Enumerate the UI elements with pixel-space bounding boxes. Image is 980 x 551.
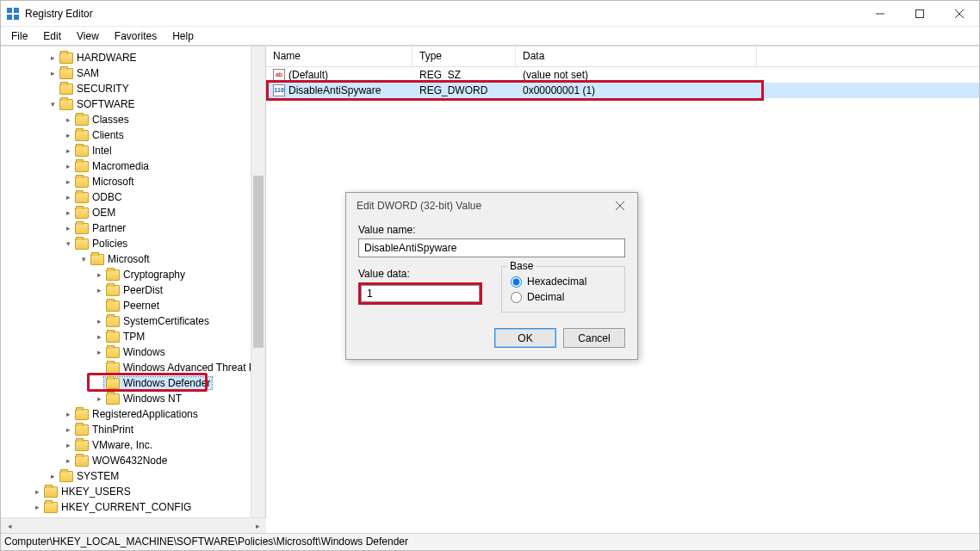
folder-icon bbox=[106, 362, 120, 374]
chevron-right-icon[interactable]: ▸ bbox=[63, 440, 73, 450]
tree-item-label: HKEY_USERS bbox=[61, 486, 131, 498]
chevron-right-icon[interactable]: ▸ bbox=[32, 502, 42, 512]
dialog-close-button[interactable] bbox=[610, 195, 630, 216]
chevron-right-icon[interactable]: ▸ bbox=[63, 145, 73, 156]
chevron-right-icon[interactable]: ▸ bbox=[94, 331, 104, 342]
menu-help[interactable]: Help bbox=[165, 28, 201, 44]
tree-item[interactable]: ▸OEM bbox=[1, 205, 266, 220]
tree-item[interactable]: ▸Windows Defender bbox=[1, 375, 266, 391]
chevron-right-icon[interactable]: ▸ bbox=[63, 223, 73, 233]
chevron-down-icon[interactable]: ▾ bbox=[47, 99, 58, 109]
tree-item[interactable]: ▸Windows NT bbox=[1, 391, 266, 406]
col-type[interactable]: Type bbox=[412, 46, 516, 66]
tree-item[interactable]: ▸ThinPrint bbox=[1, 422, 266, 437]
tree-item[interactable]: ▸SystemCertificates bbox=[1, 313, 266, 329]
string-value-icon: ab bbox=[273, 69, 285, 81]
chevron-right-icon[interactable]: ▸ bbox=[47, 471, 58, 481]
scroll-right-icon[interactable]: ▸ bbox=[251, 520, 264, 532]
tree-scrollbar[interactable] bbox=[251, 46, 265, 517]
radio-dec[interactable]: Decimal bbox=[511, 291, 616, 303]
tree-item[interactable]: ▸Peernet bbox=[1, 298, 266, 313]
scroll-left-icon[interactable]: ◂ bbox=[3, 520, 16, 532]
chevron-right-icon[interactable]: ▸ bbox=[63, 192, 73, 202]
tree-item[interactable]: ▸Macromedia bbox=[1, 158, 266, 174]
menu-edit[interactable]: Edit bbox=[36, 28, 68, 44]
radio-hex-input[interactable] bbox=[511, 276, 522, 288]
chevron-right-icon[interactable]: ▸ bbox=[63, 455, 73, 466]
edit-dword-dialog: Edit DWORD (32-bit) Value Value name: Va… bbox=[345, 192, 638, 360]
menu-file[interactable]: File bbox=[4, 28, 34, 44]
folder-icon bbox=[75, 115, 89, 126]
chevron-right-icon[interactable]: ▸ bbox=[63, 161, 73, 171]
value-data-input[interactable] bbox=[361, 285, 480, 302]
close-button[interactable] bbox=[940, 1, 979, 27]
tree-item[interactable]: ▸SAM bbox=[1, 65, 266, 81]
tree-item[interactable]: ▸ODBC bbox=[1, 189, 266, 205]
chevron-right-icon[interactable]: ▸ bbox=[63, 130, 73, 140]
radio-hex[interactable]: Hexadecimal bbox=[511, 276, 616, 288]
tree-item-label: OEM bbox=[92, 207, 115, 219]
list-row[interactable]: ab(Default)REG_SZ(value not set) bbox=[266, 67, 979, 83]
tree-item[interactable]: ▸Windows Advanced Threat P bbox=[1, 360, 266, 375]
scrollbar-thumb[interactable] bbox=[253, 176, 264, 348]
tree-item[interactable]: ▸Partner bbox=[1, 220, 266, 236]
tree-item[interactable]: ▸HKEY_USERS bbox=[1, 484, 266, 499]
tree-item[interactable]: ▸Intel bbox=[1, 143, 266, 158]
tree-pane[interactable]: ▸HARDWARE▸SAM▸SECURITY▾SOFTWARE▸Classes▸… bbox=[1, 46, 266, 517]
tree-item[interactable]: ▾Policies bbox=[1, 236, 266, 251]
chevron-right-icon[interactable]: ▸ bbox=[94, 316, 104, 326]
tree-item-label: Microsoft bbox=[92, 176, 134, 188]
maximize-button[interactable] bbox=[900, 1, 940, 27]
tree-hscrollbar[interactable]: ◂ ▸ bbox=[1, 517, 266, 533]
tree-item[interactable]: ▸HARDWARE bbox=[1, 50, 266, 65]
chevron-right-icon[interactable]: ▸ bbox=[47, 68, 58, 78]
value-data-label: Value data: bbox=[358, 268, 482, 280]
chevron-down-icon[interactable]: ▾ bbox=[63, 238, 73, 249]
list-row[interactable]: 110DisableAntiSpywareREG_DWORD0x00000001… bbox=[266, 83, 979, 98]
tree-item[interactable]: ▸Windows bbox=[1, 344, 266, 360]
tree-item[interactable]: ▸SECURITY bbox=[1, 81, 266, 96]
col-data[interactable]: Data bbox=[516, 46, 757, 66]
tree-item[interactable]: ▸RegisteredApplications bbox=[1, 406, 266, 422]
tree-item-label: Windows bbox=[123, 346, 165, 358]
chevron-down-icon[interactable]: ▾ bbox=[78, 254, 89, 264]
chevron-right-icon[interactable]: ▸ bbox=[94, 393, 104, 404]
chevron-right-icon[interactable]: ▸ bbox=[94, 269, 104, 280]
chevron-right-icon[interactable]: ▸ bbox=[63, 424, 73, 435]
tree-item-label: RegisteredApplications bbox=[92, 408, 198, 420]
menu-favorites[interactable]: Favorites bbox=[108, 28, 164, 44]
tree-item[interactable]: ▸Clients bbox=[1, 127, 266, 143]
tree-item[interactable]: ▸HKEY_CURRENT_CONFIG bbox=[1, 499, 266, 515]
tree-item[interactable]: ▾Microsoft bbox=[1, 251, 266, 267]
tree-item-label: Windows Defender bbox=[123, 377, 210, 389]
folder-icon bbox=[59, 99, 73, 110]
tree-item[interactable]: ▸TPM bbox=[1, 329, 266, 344]
chevron-right-icon[interactable]: ▸ bbox=[32, 486, 42, 497]
radio-dec-input[interactable] bbox=[511, 292, 522, 303]
tree-item-label: Partner bbox=[92, 222, 126, 234]
tree-item[interactable]: ▸PeerDist bbox=[1, 282, 266, 298]
ok-button[interactable]: OK bbox=[494, 328, 556, 348]
chevron-right-icon[interactable]: ▸ bbox=[63, 176, 73, 187]
minimize-button[interactable] bbox=[860, 1, 900, 27]
tree-item[interactable]: ▸Microsoft bbox=[1, 174, 266, 189]
tree-item[interactable]: ▸Cryptography bbox=[1, 267, 266, 282]
tree-item[interactable]: ▸WOW6432Node bbox=[1, 453, 266, 468]
tree-item[interactable]: ▸Classes bbox=[1, 112, 266, 127]
dialog-titlebar[interactable]: Edit DWORD (32-bit) Value bbox=[346, 193, 637, 219]
tree-item[interactable]: ▸VMware, Inc. bbox=[1, 437, 266, 453]
chevron-right-icon[interactable]: ▸ bbox=[63, 207, 73, 218]
chevron-right-icon[interactable]: ▸ bbox=[47, 53, 58, 63]
tree-item[interactable]: ▸SYSTEM bbox=[1, 468, 266, 484]
value-name-input[interactable] bbox=[358, 238, 625, 257]
cancel-button[interactable]: Cancel bbox=[563, 328, 625, 348]
chevron-right-icon[interactable]: ▸ bbox=[63, 409, 73, 419]
col-name[interactable]: Name bbox=[266, 46, 412, 66]
folder-icon bbox=[59, 68, 73, 79]
menu-view[interactable]: View bbox=[70, 28, 106, 44]
chevron-right-icon[interactable]: ▸ bbox=[94, 347, 104, 357]
tree-item[interactable]: ▾SOFTWARE bbox=[1, 96, 266, 112]
dword-value-icon: 110 bbox=[273, 84, 285, 96]
chevron-right-icon[interactable]: ▸ bbox=[94, 285, 104, 295]
chevron-right-icon[interactable]: ▸ bbox=[63, 115, 73, 125]
